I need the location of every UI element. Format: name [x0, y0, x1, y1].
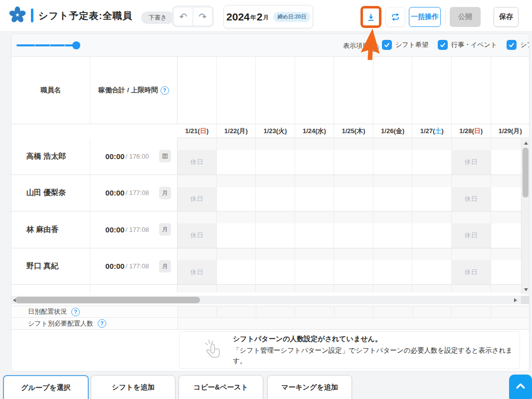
- shift-cell-3-1/24[interactable]: [295, 248, 335, 285]
- shift-cell-2-1/28[interactable]: 休日: [452, 211, 491, 248]
- month-selector[interactable]: 2024 年 2 月 締め日:20日: [223, 5, 313, 28]
- date-header-1/21: 1/21(日): [177, 124, 217, 138]
- bottom-tab-2[interactable]: コピー&ペースト: [178, 375, 263, 399]
- checkbox-label: 行事・イベント: [451, 40, 497, 49]
- bulk-action-button[interactable]: 一括操作: [409, 7, 441, 27]
- publish-button[interactable]: 公開: [450, 7, 481, 27]
- shift-cell-3-1/25[interactable]: [334, 248, 373, 285]
- shift-cell-empty: [295, 223, 334, 248]
- horizontal-scrollbar[interactable]: [11, 296, 530, 304]
- display-checkbox-0[interactable]: シフト希望: [382, 40, 428, 50]
- shift-cell-3-1/22[interactable]: [217, 248, 256, 285]
- scroll-to-top-button[interactable]: [509, 375, 532, 399]
- shift-cell-strip: [412, 211, 451, 223]
- vertical-scrollbar-thumb[interactable]: [523, 148, 529, 198]
- shift-cell-2-1/22[interactable]: [217, 211, 256, 248]
- shift-cell-3-1/27[interactable]: [412, 248, 452, 285]
- save-button[interactable]: 保存: [494, 7, 519, 27]
- undo-icon: ↶: [179, 11, 187, 22]
- date-column-top-1/25: [334, 57, 373, 124]
- shift-cell-strip: [217, 211, 256, 223]
- shift-cell-strip: [217, 138, 256, 150]
- shift-cell-0-1/26[interactable]: [373, 138, 413, 175]
- shift-cell-1-1/28[interactable]: 休日: [452, 175, 491, 211]
- shift-cell-2-1/23[interactable]: [256, 211, 295, 248]
- shift-cell-1-1/24[interactable]: [295, 175, 335, 211]
- shift-cell-3-1/26[interactable]: [373, 248, 413, 285]
- date-column-top-1/26: [373, 57, 413, 124]
- limit-hours-value: / 176:00: [126, 153, 149, 160]
- checkbox-label: シフト希望: [395, 40, 428, 49]
- hours-help-icon[interactable]: ?: [161, 86, 169, 95]
- required-staff-label: シフト別必要配置人数?: [28, 319, 106, 328]
- shift-cell-1-1/26[interactable]: [373, 175, 413, 211]
- checkbox-checked-icon[interactable]: [507, 40, 517, 50]
- download-button[interactable]: [363, 8, 379, 25]
- daily-allocation-help-icon[interactable]: ?: [71, 308, 80, 316]
- display-checkbox-2[interactable]: シフト人数: [507, 40, 530, 50]
- holiday-label: 休日: [177, 150, 216, 175]
- holiday-label: 休日: [452, 187, 491, 211]
- staff-hours: 00:00/ 177:08月: [90, 248, 177, 285]
- bottom-tab-0[interactable]: グループを選択: [3, 375, 89, 399]
- partial-grid-cell: [217, 285, 256, 292]
- shift-cell-3-1/21[interactable]: 休日: [177, 248, 217, 285]
- staff-row-left-1: 山田 優梨奈00:00/ 177:08月: [11, 175, 177, 212]
- undo-button[interactable]: ↶: [174, 7, 192, 25]
- download-button-highlight: [360, 6, 381, 28]
- zoom-slider[interactable]: [16, 43, 81, 47]
- checkbox-checked-icon[interactable]: [438, 40, 448, 50]
- download-icon: [366, 12, 375, 21]
- scroll-right-arrow-icon[interactable]: [514, 298, 517, 302]
- bottom-tab-1[interactable]: シフトを追加: [91, 375, 176, 399]
- limit-hours-value: / 177:08: [126, 189, 149, 197]
- shift-cell-3-1/28[interactable]: 休日: [452, 248, 491, 285]
- shift-cell-2-1/25[interactable]: [334, 211, 373, 248]
- shift-cell-0-1/25[interactable]: [334, 138, 373, 175]
- shift-cell-2-1/21[interactable]: 休日: [177, 211, 217, 248]
- app-logo-flower-icon: [9, 6, 26, 23]
- shift-cell-2-1/27[interactable]: [412, 211, 452, 248]
- shift-cell-0-1/23[interactable]: [256, 138, 295, 175]
- shift-cell-empty: [217, 187, 256, 211]
- shift-cell-empty: [373, 260, 412, 285]
- zoom-slider-handle[interactable]: [72, 41, 80, 49]
- horizontal-scrollbar-thumb[interactable]: [15, 297, 200, 303]
- shift-cell-2-1/24[interactable]: [295, 211, 335, 248]
- draft-status-badge: 下書き: [141, 11, 174, 24]
- partial-grid-cell: [256, 285, 295, 292]
- shift-cell-1-1/27[interactable]: [412, 175, 452, 211]
- shift-cell-1-1/23[interactable]: [256, 175, 295, 211]
- scroll-up-arrow-icon[interactable]: [524, 142, 528, 145]
- shift-cell-empty: [256, 260, 295, 285]
- holiday-label: 休日: [177, 187, 216, 211]
- required-staff-help-icon[interactable]: ?: [98, 319, 106, 328]
- shift-cell-0-1/24[interactable]: [295, 138, 335, 175]
- display-checkbox-group: シフト希望行事・イベントシフト人数: [382, 40, 530, 50]
- shift-cell-0-1/28[interactable]: 休日: [452, 138, 491, 175]
- shift-cell-empty: [412, 150, 451, 175]
- shift-cell-0-1/22[interactable]: [217, 138, 256, 175]
- shift-cell-1-1/21[interactable]: 休日: [177, 175, 217, 211]
- shift-cell-strip: [373, 248, 412, 260]
- shift-cell-2-1/26[interactable]: [373, 211, 413, 248]
- bottom-tab-3[interactable]: マーキングを追加: [267, 375, 352, 399]
- worked-hours-value: 00:00: [105, 225, 124, 234]
- table-toolbar: 表示項目? シフト希望行事・イベントシフト人数: [11, 34, 529, 57]
- zoom-slider-track[interactable]: [16, 44, 80, 46]
- shift-cell-1-1/22[interactable]: [217, 175, 256, 211]
- redo-button[interactable]: ↷: [193, 7, 212, 25]
- shift-row-0: 休日休日: [177, 138, 530, 175]
- year-value: 2024: [226, 11, 250, 23]
- shift-cell-0-1/21[interactable]: 休日: [177, 138, 217, 175]
- shift-cell-strip: [373, 138, 412, 150]
- refresh-shift-button[interactable]: [385, 7, 405, 27]
- display-checkbox-1[interactable]: 行事・イベント: [438, 40, 497, 50]
- scroll-down-arrow-icon[interactable]: [524, 288, 528, 291]
- staff-hours: 00:00/ 177:08月: [90, 211, 177, 248]
- shift-cell-1-1/25[interactable]: [334, 175, 373, 211]
- shift-cell-0-1/27[interactable]: [412, 138, 452, 175]
- vertical-scrollbar[interactable]: [521, 139, 530, 294]
- redo-icon: ↷: [199, 11, 207, 22]
- shift-cell-3-1/23[interactable]: [256, 248, 295, 285]
